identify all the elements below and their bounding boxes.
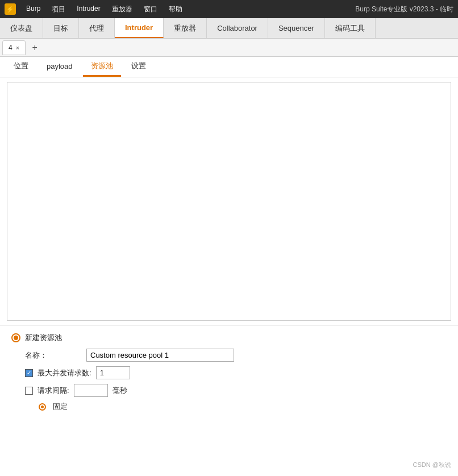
request-interval-row: 请求间隔: 毫秒 (11, 384, 447, 397)
fixed-radio[interactable] (39, 403, 46, 411)
menu-bar: Burp 项目 Intruder 重放器 窗口 帮助 (22, 3, 187, 15)
menu-project[interactable]: 项目 (47, 3, 70, 15)
nav-tab-collaborator[interactable]: Collaborator (207, 18, 268, 38)
max-concurrent-row: ✓ 最大并发请求数: (11, 366, 447, 379)
attack-tab-4[interactable]: 4 × (2, 40, 26, 55)
main-nav: 仪表盘 目标 代理 Intruder 重放器 Collaborator Sequ… (0, 18, 458, 39)
new-pool-radio[interactable] (11, 333, 20, 342)
nav-tab-intruder[interactable]: Intruder (115, 18, 164, 38)
nav-tab-sequencer[interactable]: Sequencer (268, 18, 325, 38)
main-content: 新建资源池 名称： ✓ 最大并发请求数: 请求间隔: 毫秒 固定 (0, 77, 458, 476)
sub-tab-settings[interactable]: 设置 (123, 57, 154, 77)
tab-close-button[interactable]: × (16, 44, 19, 51)
fixed-label: 固定 (53, 402, 68, 412)
checkmark-icon: ✓ (27, 370, 31, 376)
tab-label: 4 (9, 44, 13, 52)
nav-tab-proxy[interactable]: 代理 (79, 18, 115, 38)
sub-tab-resource-pool[interactable]: 资源池 (83, 57, 121, 77)
request-interval-label: 请求间隔: (38, 386, 69, 396)
sub-tab-payload[interactable]: payload (39, 57, 81, 77)
menu-repeater[interactable]: 重放器 (107, 3, 137, 15)
nav-tab-dashboard[interactable]: 仪表盘 (0, 18, 43, 38)
app-logo: ⚡ (5, 3, 16, 15)
name-label: 名称： (25, 350, 82, 361)
sub-tabs: 位置 payload 资源池 设置 (0, 57, 458, 77)
name-row: 名称： (11, 349, 447, 362)
menu-burp[interactable]: Burp (22, 3, 45, 15)
request-area[interactable] (7, 82, 451, 321)
menu-intruder[interactable]: Intruder (72, 3, 105, 15)
add-tab-button[interactable]: + (28, 41, 41, 55)
nav-tab-repeater[interactable]: 重放器 (164, 18, 207, 38)
menu-window[interactable]: 窗口 (139, 3, 162, 15)
new-pool-label: 新建资源池 (25, 333, 62, 343)
app-title: Burp Suite专业版 v2023.3 - 临时 (355, 5, 453, 14)
menu-help[interactable]: 帮助 (164, 3, 187, 15)
tab-bar: 4 × + (0, 39, 458, 57)
fixed-radio-inner (41, 405, 44, 408)
nav-tab-decoder[interactable]: 编码工具 (325, 18, 376, 38)
resource-pool-section: 新建资源池 名称： ✓ 最大并发请求数: 请求间隔: 毫秒 固定 (0, 325, 458, 419)
interval-unit: 毫秒 (113, 386, 127, 396)
new-pool-row: 新建资源池 (11, 333, 447, 343)
max-concurrent-checkbox[interactable]: ✓ (25, 369, 33, 377)
watermark: CSDN @秋说 (413, 461, 451, 469)
name-input[interactable] (86, 349, 234, 362)
request-interval-checkbox[interactable] (25, 387, 33, 395)
titlebar: ⚡ Burp 项目 Intruder 重放器 窗口 帮助 Burp Suite专… (0, 0, 458, 18)
sub-tab-position[interactable]: 位置 (6, 57, 36, 77)
max-concurrent-input[interactable] (96, 366, 130, 379)
request-interval-input[interactable] (74, 384, 108, 397)
max-concurrent-label: 最大并发请求数: (38, 368, 91, 378)
fixed-row: 固定 (11, 402, 447, 412)
radio-inner (14, 336, 18, 340)
nav-tab-target[interactable]: 目标 (43, 18, 79, 38)
